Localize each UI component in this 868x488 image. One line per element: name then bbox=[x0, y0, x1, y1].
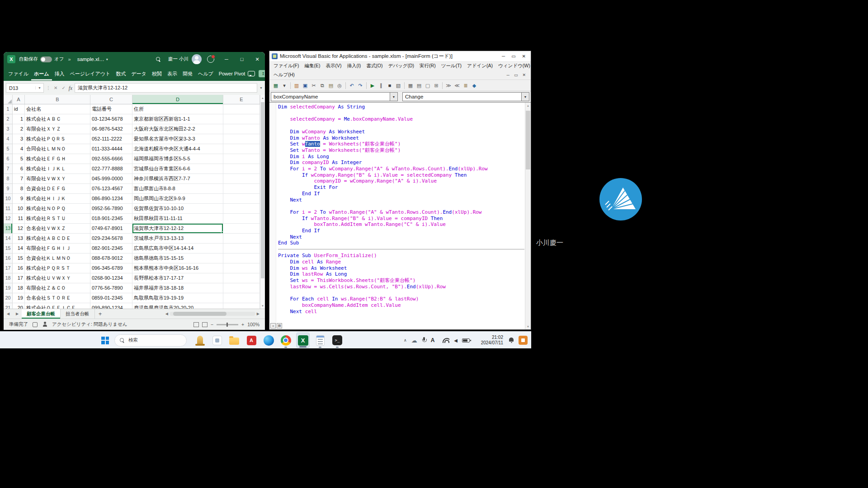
cell-D14[interactable]: 茨城県水戸市13-13-13 bbox=[132, 234, 223, 244]
cell-C21[interactable]: 099-890-1234 bbox=[90, 303, 132, 309]
reset-icon[interactable]: ■ bbox=[386, 81, 394, 89]
page-layout-view-icon[interactable] bbox=[202, 322, 208, 327]
copy-icon[interactable]: ⧉ bbox=[318, 81, 326, 89]
cell-C19[interactable]: 0776-56-7890 bbox=[90, 283, 132, 293]
toolbox-icon[interactable]: ⊞ bbox=[432, 81, 440, 89]
row-header-4[interactable]: 4 bbox=[4, 134, 13, 144]
object-dropdown-caret-icon[interactable]: ▼ bbox=[390, 93, 397, 101]
maximize-button[interactable]: □ bbox=[234, 52, 250, 66]
vba-scroll-down-icon[interactable]: ▼ bbox=[525, 324, 531, 329]
vertical-scroll-thumb[interactable] bbox=[261, 102, 264, 278]
cell-E13[interactable] bbox=[223, 224, 260, 234]
cell-A11[interactable]: 10 bbox=[13, 204, 25, 214]
cell-B21[interactable]: 株式会社ＯＦＦＩＣＥ bbox=[25, 303, 90, 309]
cell-C6[interactable]: 092-555-6666 bbox=[90, 154, 132, 164]
cell-C8[interactable]: 045-999-0000 bbox=[90, 174, 132, 184]
vba-menu-item-3[interactable]: 挿入(I) bbox=[344, 63, 363, 69]
save-icon[interactable]: ▣ bbox=[301, 81, 309, 89]
project-explorer-icon[interactable]: ▦ bbox=[406, 81, 415, 89]
cell-C17[interactable]: 096-345-6789 bbox=[90, 263, 132, 273]
insert-userform-icon[interactable]: ▥ bbox=[292, 81, 301, 89]
cell-A4[interactable]: 3 bbox=[13, 134, 25, 144]
battery-icon[interactable] bbox=[462, 338, 470, 343]
cell-C18[interactable]: 0268-90-1234 bbox=[90, 273, 132, 283]
cell-D12[interactable]: 秋田県秋田市11-11-11 bbox=[132, 214, 223, 224]
cell-A17[interactable]: 16 bbox=[13, 263, 25, 273]
vba-menu-item-7[interactable]: ツール(T) bbox=[439, 63, 464, 69]
vba-menu-item-1[interactable]: 編集(E) bbox=[302, 63, 323, 69]
cell-C5[interactable]: 011-333-4444 bbox=[90, 144, 132, 154]
row-header-20[interactable]: 20 bbox=[4, 293, 13, 303]
cell-B9[interactable]: 合資会社ＤＥＦＧ bbox=[25, 184, 90, 194]
chevron-up-icon[interactable]: ∧ bbox=[404, 338, 407, 343]
undo-icon[interactable]: ↶ bbox=[348, 81, 356, 89]
cell-A7[interactable]: 6 bbox=[13, 164, 25, 174]
zoom-slider[interactable] bbox=[217, 324, 238, 325]
find-icon[interactable]: ◎ bbox=[335, 81, 344, 89]
cell-C7[interactable]: 022-777-8888 bbox=[90, 164, 132, 174]
cell-E9[interactable] bbox=[223, 184, 260, 194]
cell-B6[interactable]: 株式会社ＥＦＧＨ bbox=[25, 154, 90, 164]
code-pane[interactable]: Dim selectedCompany As String selectedCo… bbox=[269, 102, 531, 329]
row-header-8[interactable]: 8 bbox=[4, 174, 13, 184]
cell-C16[interactable]: 088-678-9012 bbox=[90, 253, 132, 263]
terminal-icon[interactable] bbox=[330, 333, 344, 348]
child-minimize-icon[interactable]: ─ bbox=[507, 73, 509, 77]
cell-C9[interactable]: 076-123-4567 bbox=[90, 184, 132, 194]
bookmark-icon[interactable]: ◆ bbox=[470, 81, 478, 89]
row-header-1[interactable]: 1 bbox=[4, 104, 13, 114]
cell-B15[interactable]: 有限会社ＦＧＨＩＪ bbox=[25, 244, 90, 253]
scroll-up-icon[interactable]: ▲ bbox=[260, 95, 265, 101]
row-header-6[interactable]: 6 bbox=[4, 154, 13, 164]
row-header-9[interactable]: 9 bbox=[4, 184, 13, 194]
zoom-out-icon[interactable]: − bbox=[211, 322, 213, 327]
hscroll-track[interactable] bbox=[170, 312, 255, 316]
design-mode-icon[interactable]: ▧ bbox=[394, 81, 402, 89]
vba-minimize-button[interactable]: ─ bbox=[502, 54, 505, 59]
hscroll-left-icon[interactable]: ◀ bbox=[165, 312, 168, 316]
zoom-in-icon[interactable]: + bbox=[241, 322, 244, 327]
cell-B16[interactable]: 合資会社ＫＬＭＮＯ bbox=[25, 253, 90, 263]
zoom-knob[interactable] bbox=[226, 323, 228, 327]
row-header-17[interactable]: 17 bbox=[4, 263, 13, 273]
cell-C11[interactable]: 0952-56-7890 bbox=[90, 204, 132, 214]
cell-A20[interactable]: 19 bbox=[13, 293, 25, 303]
cell-D4[interactable]: 愛知県名古屋市中区栄3-3-3 bbox=[132, 134, 223, 144]
row-header-11[interactable]: 11 bbox=[4, 204, 13, 214]
cell-E14[interactable] bbox=[223, 234, 260, 244]
cell-A13[interactable]: 12 bbox=[13, 224, 25, 234]
cell-E20[interactable] bbox=[223, 293, 260, 303]
vba-menu-item-8[interactable]: アドイン(A) bbox=[464, 63, 495, 69]
properties-window-icon[interactable]: ▤ bbox=[415, 81, 423, 89]
cell-A18[interactable]: 17 bbox=[13, 273, 25, 283]
cell-A15[interactable]: 14 bbox=[13, 244, 25, 253]
taskbar-clock[interactable]: 21:02 2024/07/11 bbox=[474, 335, 503, 346]
indent-icon[interactable]: ≫ bbox=[444, 81, 453, 89]
share-icon[interactable]: ↥ bbox=[259, 70, 265, 77]
name-box[interactable]: D13 ▼ bbox=[6, 83, 44, 93]
ribbon-tab-10[interactable]: Power Pivot bbox=[216, 67, 248, 80]
event-dropdown-caret-icon[interactable]: ▼ bbox=[521, 93, 529, 101]
object-dropdown[interactable]: boxCompanyName ▼ bbox=[271, 92, 398, 101]
row-header-2[interactable]: 2 bbox=[4, 114, 13, 124]
row-header-21[interactable]: 21 bbox=[4, 303, 13, 309]
cell-B7[interactable]: 株式会社ＩＪＫＬ bbox=[25, 164, 90, 174]
cell-E19[interactable] bbox=[223, 283, 260, 293]
notifications-icon[interactable] bbox=[207, 56, 214, 63]
cell-E2[interactable] bbox=[223, 114, 260, 124]
cell-A2[interactable]: 1 bbox=[13, 114, 25, 124]
cell-A6[interactable]: 5 bbox=[13, 154, 25, 164]
column-header-A[interactable]: A bbox=[13, 95, 25, 104]
cell-D5[interactable]: 北海道札幌市中央区大通4-4-4 bbox=[132, 144, 223, 154]
cell-E17[interactable] bbox=[223, 263, 260, 273]
cell-C20[interactable]: 0859-01-2345 bbox=[90, 293, 132, 303]
cell-A3[interactable]: 2 bbox=[13, 124, 25, 134]
cell-D21[interactable]: 鹿児島県鹿児島市20-20-20 bbox=[132, 303, 223, 309]
enter-icon[interactable]: ✓ bbox=[61, 85, 66, 90]
cloud-icon[interactable]: ☁ bbox=[411, 337, 417, 344]
redo-icon[interactable]: ↷ bbox=[356, 81, 364, 89]
row-header-16[interactable]: 16 bbox=[4, 253, 13, 263]
vba-menu-item-4[interactable]: 書式(O) bbox=[363, 63, 385, 69]
view-excel-icon[interactable]: ▦ bbox=[272, 81, 280, 89]
row-header-13[interactable]: 13 bbox=[4, 224, 13, 234]
